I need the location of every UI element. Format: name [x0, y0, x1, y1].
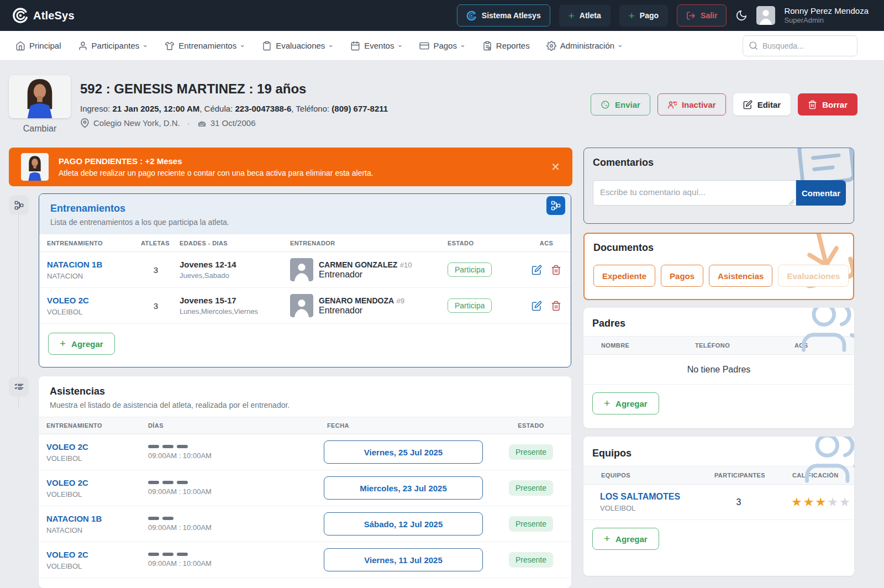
- add-team-button[interactable]: + Agregar: [592, 528, 659, 550]
- training-link[interactable]: NATACION 1B: [46, 514, 102, 523]
- entrenamientos-table-header: ENTRENAMIENTO ATLETAS EDADES - DIAS ENTR…: [39, 234, 571, 252]
- search-input[interactable]: [762, 41, 840, 50]
- nav-item[interactable]: Administración ⌄: [546, 41, 623, 51]
- date-button[interactable]: Viernes, 11 Jul 2025: [324, 548, 483, 571]
- delete-icon[interactable]: [551, 265, 561, 275]
- change-photo-button[interactable]: Cambiar: [9, 124, 71, 134]
- nav-item-label: Eventos: [364, 41, 394, 50]
- training-link[interactable]: VOLEO 2C: [47, 296, 89, 305]
- days-text: Jueves,Sabado: [180, 271, 290, 280]
- training-name-cell: VOLEO 2C VOLEIBOL: [46, 478, 148, 498]
- inactivar-label: Inactivar: [682, 100, 716, 109]
- day-badge: [148, 517, 159, 520]
- entrenamientos-header: Entrenamientos Lista de entrenamientos a…: [39, 194, 571, 234]
- coach-name: GENARO MENDOZA: [319, 296, 394, 305]
- nav-item[interactable]: Entrenamientos ⌄: [165, 41, 245, 51]
- sistema-atlesys-button[interactable]: Sistema Atlesys: [457, 4, 550, 27]
- col-acs: ACS: [522, 240, 571, 246]
- asistencias-button[interactable]: Asistencias: [709, 265, 772, 287]
- gear-icon: [546, 41, 556, 51]
- inactivar-button[interactable]: Inactivar: [657, 93, 726, 116]
- training-link[interactable]: VOLEO 2C: [46, 442, 88, 452]
- comment-input-row: Comentar: [593, 180, 846, 208]
- attendance-table-row: NATACION 1B NATACION 09:00AM : 10:00AM S…: [39, 506, 571, 542]
- add-atleta-button[interactable]: + Atleta: [559, 4, 611, 27]
- status-badge: Presente: [509, 444, 553, 460]
- comentar-button[interactable]: Comentar: [796, 180, 846, 206]
- time-range: 09:00AM : 10:00AM: [148, 559, 324, 568]
- editar-button[interactable]: Editar: [733, 93, 791, 116]
- training-table-row: VOLEO 2C VOLEIBOL 3 Jovenes 15-17 Lunes,…: [39, 288, 571, 324]
- dot-separator: ·: [187, 118, 190, 128]
- training-link[interactable]: VOLEO 2C: [46, 550, 88, 559]
- add-parent-button[interactable]: + Agregar: [592, 392, 659, 414]
- salir-button[interactable]: Salir: [677, 4, 727, 27]
- chevron-down-icon: ⌄: [142, 40, 148, 49]
- nav-item[interactable]: Evaluaciones ⌄: [262, 41, 334, 51]
- day-badges: [148, 517, 324, 520]
- brand-name: AtleSys: [33, 9, 75, 22]
- nav-items: Principal Participantes ⌄ Entrenamientos…: [15, 41, 623, 51]
- profile-meta: Ingreso: 21 Jan 2025, 12:00 AM, Cédula: …: [80, 104, 388, 113]
- date-button[interactable]: Viernes, 25 Jul 2025: [324, 440, 483, 464]
- entrenamientos-card: Entrenamientos Lista de entrenamientos a…: [39, 193, 571, 368]
- brand-logo[interactable]: AtleSys: [12, 7, 75, 24]
- padres-card: Padres NOMBRE TELÉFONO ACS No tiene Padr…: [583, 308, 854, 428]
- nav-item-label: Administración: [560, 41, 614, 50]
- user-deactivate-icon: [667, 100, 677, 109]
- add-training-button[interactable]: + Agregar: [48, 333, 115, 355]
- edit-icon[interactable]: [532, 301, 542, 311]
- day-badges: [148, 481, 324, 484]
- add-pago-button[interactable]: + Pago: [619, 4, 668, 27]
- training-sport: VOLEIBOL: [47, 308, 141, 316]
- borrar-button[interactable]: Borrar: [798, 93, 857, 116]
- birthday-cake-icon: [197, 118, 207, 128]
- coach-number: #9: [397, 297, 404, 305]
- pagos-button[interactable]: Pagos: [661, 265, 703, 287]
- ages-days-cell: Jovenes 12-14 Jueves,Sabado: [180, 260, 290, 280]
- trainings-diagram-button[interactable]: [546, 196, 565, 215]
- day-badges: [148, 553, 324, 556]
- shell-logo-small-icon: [466, 11, 477, 21]
- col-acs: ACS: [794, 342, 854, 349]
- date-cell: Sábado, 12 Jul 2025: [324, 512, 491, 536]
- user-role: SuperAdmin: [784, 16, 869, 25]
- plus-icon: +: [604, 397, 610, 410]
- expediente-button[interactable]: Expediente: [593, 265, 655, 287]
- delete-icon[interactable]: [551, 301, 561, 311]
- equipos-table-header: EQUIPOS PARTICIPANTES CALIFICACIÓN: [583, 466, 854, 485]
- training-table-row: NATACION 1B NATACION 3 Jovenes 12-14 Jue…: [39, 252, 571, 288]
- col-estado: ESTADO: [491, 422, 571, 429]
- nav-item[interactable]: Principal: [15, 41, 61, 51]
- edit-icon[interactable]: [532, 265, 542, 275]
- enviar-button[interactable]: Enviar: [591, 93, 650, 116]
- days-cell: 09:00AM : 10:00AM: [148, 445, 324, 460]
- rating-stars[interactable]: ★★★★★: [791, 495, 854, 510]
- day-badge: [148, 445, 159, 448]
- comment-input[interactable]: [593, 180, 796, 206]
- status-cell: Presente: [491, 516, 571, 532]
- user-avatar[interactable]: [756, 6, 775, 25]
- nav-item[interactable]: Participantes ⌄: [78, 41, 149, 51]
- whatsapp-icon: [601, 100, 610, 109]
- training-link[interactable]: NATACION 1B: [47, 260, 102, 269]
- nav-item[interactable]: Reportes: [482, 41, 530, 51]
- training-link[interactable]: VOLEO 2C: [46, 478, 88, 487]
- nav-item[interactable]: Pagos ⌄: [419, 41, 465, 51]
- sitemap-icon: [14, 200, 24, 211]
- chevron-down-icon: ⌄: [328, 40, 334, 49]
- dark-mode-moon-icon[interactable]: [735, 9, 748, 22]
- team-link[interactable]: LOS SALTAMOTES: [600, 492, 680, 501]
- training-name-cell: NATACION 1B NATACION: [46, 514, 148, 534]
- trainings-section-shortcut-button[interactable]: [9, 195, 29, 215]
- athlete-count: 3: [141, 265, 180, 275]
- date-button[interactable]: Sábado, 12 Jul 2025: [324, 512, 483, 536]
- date-button[interactable]: Miercoles, 23 Jul 2025: [324, 476, 483, 500]
- edit-pencil-icon: [743, 100, 753, 109]
- coach-name: CARMEN GONZALEZ: [319, 260, 397, 269]
- attendance-table-row: VOLEO 2C VOLEIBOL 09:00AM : 10:00AM Vier…: [39, 434, 571, 470]
- athlete-photo[interactable]: [9, 75, 71, 118]
- nav-item[interactable]: Eventos ⌄: [350, 41, 403, 51]
- attendance-section-shortcut-button[interactable]: [9, 377, 29, 397]
- close-icon[interactable]: ✕: [551, 161, 560, 172]
